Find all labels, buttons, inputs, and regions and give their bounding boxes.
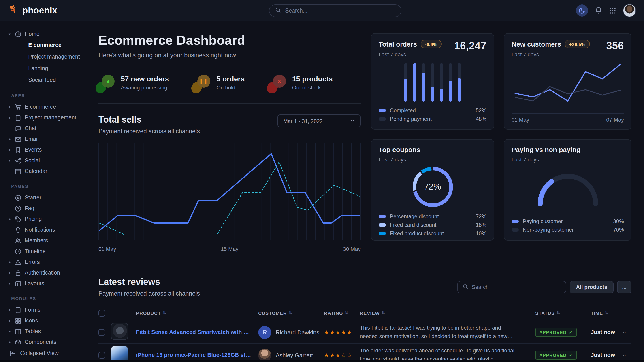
sidebar-item-notifications[interactable]: Notifications: [0, 225, 85, 235]
notifications-button[interactable]: [595, 7, 602, 14]
sidebar-item-chat[interactable]: Chat: [0, 123, 85, 134]
sidebar-item-pricing[interactable]: Pricing: [0, 214, 85, 225]
sidebar-item-faq[interactable]: Faq: [0, 203, 85, 214]
row-menu-button[interactable]: ⋯: [622, 329, 632, 335]
sidebar-item-timeline[interactable]: Timeline: [0, 246, 85, 257]
reviews-title: Latest reviews: [98, 277, 200, 287]
divider: [98, 103, 361, 104]
legend-label: Completed: [390, 107, 416, 113]
stat-value: 5 orders: [216, 75, 244, 83]
total-orders-value: 16,247: [454, 40, 486, 52]
total-orders-period: Last 7 days: [378, 51, 442, 58]
date-range-select[interactable]: Mar 1 - 31, 2022: [278, 114, 361, 127]
select-all-checkbox[interactable]: [98, 310, 105, 316]
sidebar-item-project-management[interactable]: Project management: [0, 112, 85, 123]
product-link[interactable]: Fitbit Sense Advanced Smartwatch with To…: [136, 329, 258, 335]
reviews-table-header: PRODUCT⇅CUSTOMER⇅RATING⇅REVIEW⇅STATUS⇅TI…: [98, 305, 632, 321]
sidebar-item-icons[interactable]: Icons: [0, 315, 85, 326]
legend-label: Percentage discount: [390, 213, 439, 219]
customer-avatar: [258, 349, 271, 362]
theme-toggle-button[interactable]: [576, 4, 588, 16]
sidebar-item-tables[interactable]: Tables: [0, 326, 85, 337]
x-label-left: 01 May: [512, 117, 529, 123]
sidebar-item-project-management[interactable]: Project management: [0, 51, 85, 63]
main-content: Ecommerce Dashboard Here's what's going …: [86, 21, 644, 362]
sidebar-group-home[interactable]: Home: [0, 29, 85, 39]
sidebar-item-e-commerce[interactable]: E commerce: [0, 101, 85, 112]
sidebar-item-errors[interactable]: Errors: [0, 257, 85, 267]
chevron-down-icon: [350, 118, 355, 124]
reviews-search-input[interactable]: [472, 284, 561, 290]
sidebar-item-members[interactable]: Members: [0, 235, 85, 246]
caret-right-icon: [8, 329, 12, 333]
more-options-button[interactable]: ...: [617, 281, 632, 293]
sidebar-item-starter[interactable]: Starter: [0, 192, 85, 203]
cube-icon: [15, 339, 22, 344]
reviews-search[interactable]: [458, 281, 566, 293]
column-header-status[interactable]: STATUS⇅: [535, 310, 591, 316]
caret-right-icon: [8, 148, 12, 152]
sidebar-item-layouts[interactable]: Layouts: [0, 278, 85, 289]
row-checkbox[interactable]: [98, 352, 105, 359]
lock-icon: [15, 269, 22, 276]
sidebar-item-landing[interactable]: Landing: [0, 63, 85, 74]
global-search[interactable]: [269, 4, 402, 17]
sidebar: HomeE commerceProject managementLandingS…: [0, 21, 86, 362]
column-header-customer[interactable]: CUSTOMER⇅: [258, 310, 324, 316]
sidebar-item-components[interactable]: Components: [0, 337, 85, 344]
product-thumbnail[interactable]: [111, 323, 128, 340]
legend-swatch: [512, 219, 519, 223]
sidebar-item-e-commerce[interactable]: E commerce: [0, 39, 85, 51]
row-checkbox[interactable]: [98, 329, 105, 336]
sidebar-item-authentication[interactable]: Authentication: [0, 267, 85, 278]
apps-grid-button[interactable]: [609, 7, 616, 14]
collapsed-view-toggle[interactable]: Collapsed View: [0, 344, 85, 362]
legend-item: Percentage discount72%: [378, 212, 486, 220]
total-sells-title: Total sells: [98, 114, 200, 125]
sidebar-item-label: Calendar: [24, 168, 47, 174]
stat-caption: Awating processing: [121, 84, 169, 90]
sidebar-item-social[interactable]: Social: [0, 155, 85, 166]
column-header-review[interactable]: REVIEW⇅: [360, 310, 535, 316]
sort-icon: ⇅: [382, 311, 385, 315]
row-menu-button[interactable]: ⋯: [622, 352, 632, 358]
phoenix-logo-icon: [8, 4, 19, 17]
chat-icon: [15, 125, 22, 132]
product-thumbnail[interactable]: [111, 346, 128, 362]
bell-icon: [15, 227, 22, 233]
sidebar-item-social-feed[interactable]: Social feed: [0, 74, 85, 86]
bookmark-icon: [15, 146, 22, 153]
warning-icon: [15, 259, 22, 265]
column-header-rating[interactable]: RATING⇅: [324, 310, 360, 316]
all-products-button[interactable]: All products: [570, 281, 614, 293]
review-row: Fitbit Sense Advanced Smartwatch with To…: [98, 321, 632, 344]
product-link[interactable]: iPhone 13 pro max-Pacific Blue-128GB sto…: [136, 352, 258, 358]
compass-icon: [15, 194, 22, 201]
date-range-value: Mar 1 - 31, 2022: [283, 118, 323, 124]
top-coupons-period: Last 7 days: [378, 156, 420, 163]
legend-item: Paying customer30%: [512, 217, 624, 225]
column-header-time[interactable]: TIME⇅: [591, 310, 622, 316]
sidebar-item-email[interactable]: Email: [0, 134, 85, 144]
customer-name: Ashley Garrett: [276, 352, 313, 359]
legend-value: 48%: [476, 116, 486, 122]
search-input[interactable]: [285, 7, 395, 14]
column-header-product[interactable]: PRODUCT⇅: [136, 310, 258, 316]
total-orders-title: Total orders: [378, 40, 417, 48]
sidebar-item-events[interactable]: Events: [0, 144, 85, 155]
sidebar-item-label: Layouts: [24, 280, 44, 287]
brand[interactable]: phoenix: [8, 4, 57, 17]
collapsed-view-label: Collapsed View: [20, 350, 59, 357]
paying-period: Last 7 days: [512, 156, 580, 163]
customer-avatar: R: [258, 326, 271, 339]
sidebar-item-forms[interactable]: Forms: [0, 305, 85, 315]
tag-icon: [15, 216, 22, 223]
sidebar-item-label: Events: [24, 147, 42, 153]
caret-right-icon: [8, 260, 12, 264]
pause-icon: ❚❚: [197, 75, 210, 88]
legend-label: Paying customer: [523, 218, 563, 224]
sidebar-item-calendar[interactable]: Calendar: [0, 166, 85, 177]
caret-right-icon: [8, 308, 12, 312]
user-avatar[interactable]: [623, 4, 636, 17]
caret-right-icon: [8, 282, 12, 286]
